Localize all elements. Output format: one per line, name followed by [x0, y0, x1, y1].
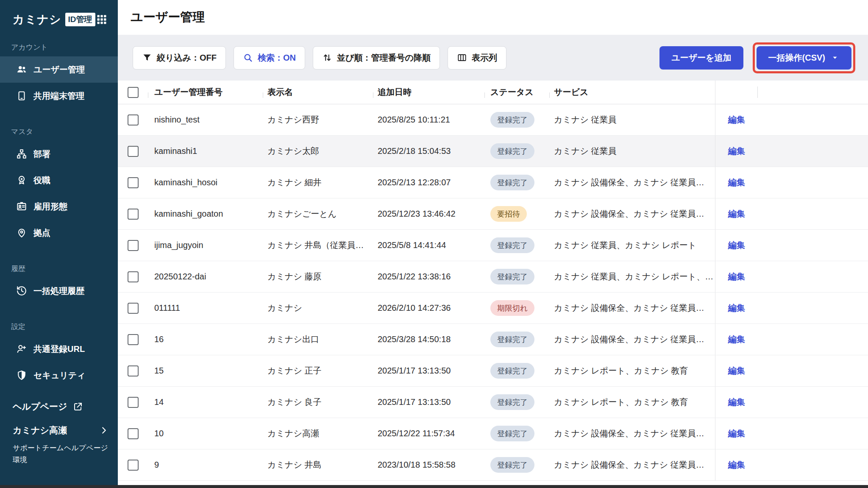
sidebar-item-label: 一括処理履歴 [33, 285, 84, 297]
red-annotation-box: 一括操作(CSV) [753, 42, 855, 73]
bulk-operation-label: 一括操作(CSV) [768, 52, 825, 64]
table-row: kaminashi_goaton カミナシごーとん 2025/12/23 13:… [118, 198, 868, 230]
display-name-cell: カミナシ [263, 302, 373, 314]
row-checkbox[interactable] [128, 177, 139, 188]
sidebar-item-label: 共通登録URL [33, 343, 85, 355]
status-badge: 登録完了 [490, 394, 534, 410]
help-page-link[interactable]: ヘルプページ [13, 401, 108, 413]
row-checkbox[interactable] [128, 460, 139, 471]
toolbar-right: ユーザーを追加 一括操作(CSV) [659, 42, 855, 73]
edit-link[interactable]: 編集 [728, 302, 745, 314]
sidebar-section: 履歴 一括処理履歴 [0, 246, 118, 304]
row-checkbox[interactable] [128, 114, 139, 125]
status-badge: 登録完了 [490, 332, 534, 347]
table-row: ijima_jugyoin カミナシ 井島（従業員… 2025/5/8 14:4… [118, 230, 868, 261]
sidebar-item-shared-device-management[interactable]: 共用端末管理 [0, 83, 118, 109]
table-row: 15 カミナシ 正子 2025/1/17 13:13:50 登録完了 カミナシ … [118, 355, 868, 387]
sort-button[interactable]: 並び順：管理番号の降順 [313, 46, 440, 70]
sidebar-section: アカウント ユーザー管理 共用端末管理 [0, 29, 118, 109]
added-date-cell: 2025/1/17 13:13:50 [373, 397, 484, 407]
sidebar: カミナシ ID管理 アカウント ユーザー管理 共用端末管理 マスタ 部署 役職 … [0, 0, 118, 488]
history-icon [16, 285, 27, 296]
sidebar-section-label: アカウント [0, 29, 118, 56]
added-date-cell: 2025/1/22 13:38:16 [373, 272, 484, 282]
status-cell: 登録完了 [484, 363, 549, 379]
services-cell: カミナシ 設備保全、カミナシ 従業員… [549, 334, 715, 345]
status-cell: 登録完了 [484, 269, 549, 284]
edit-link[interactable]: 編集 [728, 428, 745, 439]
edit-link[interactable]: 編集 [728, 177, 745, 188]
table-row: 011111 カミナシ 2026/2/10 14:27:36 期限切れ カミナシ… [118, 293, 868, 324]
status-badge: 登録完了 [490, 112, 534, 128]
table-row: 14 カミナシ 良子 2025/1/17 13:13:50 登録完了 カミナシ … [118, 387, 868, 418]
id-card-icon [16, 201, 27, 212]
edit-link[interactable]: 編集 [728, 208, 745, 220]
table-row: 16 カミナシ出口 2025/3/28 14:50:18 登録完了 カミナシ 設… [118, 324, 868, 355]
column-header-status: ステータス [484, 86, 549, 98]
edit-link[interactable]: 編集 [728, 396, 745, 408]
select-all-checkbox[interactable] [128, 87, 139, 98]
edit-link[interactable]: 編集 [728, 271, 745, 282]
environment-label: サポートチームヘルプページ環境 [13, 442, 108, 466]
filter-button[interactable]: 絞り込み：OFF [133, 46, 226, 70]
sidebar-item-departments[interactable]: 部署 [0, 141, 118, 167]
edit-link[interactable]: 編集 [728, 240, 745, 251]
sort-arrows-icon [322, 53, 332, 63]
row-checkbox[interactable] [128, 240, 139, 251]
sidebar-item-label: 共用端末管理 [33, 90, 84, 102]
map-pin-icon [16, 227, 27, 238]
account-menu[interactable]: カミナシ高瀬 [13, 424, 108, 436]
sidebar-item-security[interactable]: セキュリティ [0, 362, 118, 388]
row-checkbox[interactable] [128, 334, 139, 345]
bulk-operation-csv-button[interactable]: 一括操作(CSV) [757, 46, 851, 70]
user-id-cell: nishino_test [148, 115, 263, 125]
org-chart-icon [16, 148, 27, 159]
status-badge: 登録完了 [490, 457, 534, 473]
status-badge: 登録完了 [490, 426, 534, 441]
app-grid-icon[interactable] [96, 14, 108, 25]
status-cell: 登録完了 [484, 457, 549, 473]
user-id-cell: 20250122-dai [148, 272, 263, 282]
columns-button[interactable]: 表示列 [448, 46, 506, 70]
row-checkbox[interactable] [128, 146, 139, 157]
edit-link[interactable]: 編集 [728, 145, 745, 157]
sidebar-footer: ヘルプページ カミナシ高瀬 サポートチームヘルプページ環境 [13, 401, 108, 466]
added-date-cell: 2026/2/10 14:27:36 [373, 303, 484, 313]
sidebar-item-label: セキュリティ [33, 370, 86, 381]
services-cell: カミナシ 従業員 [549, 114, 715, 125]
display-name-cell: カミナシ 良子 [263, 396, 373, 408]
row-checkbox[interactable] [128, 271, 139, 282]
user-id-cell: 011111 [148, 303, 263, 313]
sidebar-item-employment-types[interactable]: 雇用形態 [0, 193, 118, 220]
caret-down-icon [830, 53, 840, 62]
edit-link[interactable]: 編集 [728, 114, 745, 125]
sidebar-item-roles[interactable]: 役職 [0, 167, 118, 193]
row-checkbox[interactable] [128, 365, 139, 376]
sidebar-item-common-registration-url[interactable]: 共通登録URL [0, 336, 118, 362]
added-date-cell: 2025/2/18 15:04:53 [373, 146, 484, 156]
row-checkbox[interactable] [128, 397, 139, 408]
user-id-cell: 9 [148, 460, 263, 470]
status-cell: 登録完了 [484, 332, 549, 347]
added-date-cell: 2025/5/8 14:41:44 [373, 240, 484, 250]
column-header-added-date: 追加日時 [373, 86, 484, 98]
edit-link[interactable]: 編集 [728, 459, 745, 471]
added-date-cell: 2025/8/25 10:11:21 [373, 115, 484, 125]
user-id-cell: kaminashi_hosoi [148, 178, 263, 187]
edit-link[interactable]: 編集 [728, 334, 745, 345]
sidebar-item-user-management[interactable]: ユーザー管理 [0, 56, 118, 83]
status-cell: 登録完了 [484, 175, 549, 190]
add-user-button[interactable]: ユーザーを追加 [659, 46, 743, 70]
search-button[interactable]: 検索：ON [234, 46, 305, 70]
sidebar-item-bulk-process-history[interactable]: 一括処理履歴 [0, 278, 118, 304]
edit-link[interactable]: 編集 [728, 365, 745, 376]
added-date-cell: 2025/12/22 11:57:34 [373, 429, 484, 438]
row-checkbox[interactable] [128, 209, 139, 220]
row-checkbox[interactable] [128, 303, 139, 314]
row-checkbox[interactable] [128, 428, 139, 439]
sidebar-item-label: 拠点 [33, 227, 50, 239]
table-row: nishino_test カミナシ西野 2025/8/25 10:11:21 登… [118, 104, 868, 136]
sidebar-item-locations[interactable]: 拠点 [0, 220, 118, 246]
user-id-cell: 15 [148, 366, 263, 376]
columns-icon [457, 53, 467, 63]
